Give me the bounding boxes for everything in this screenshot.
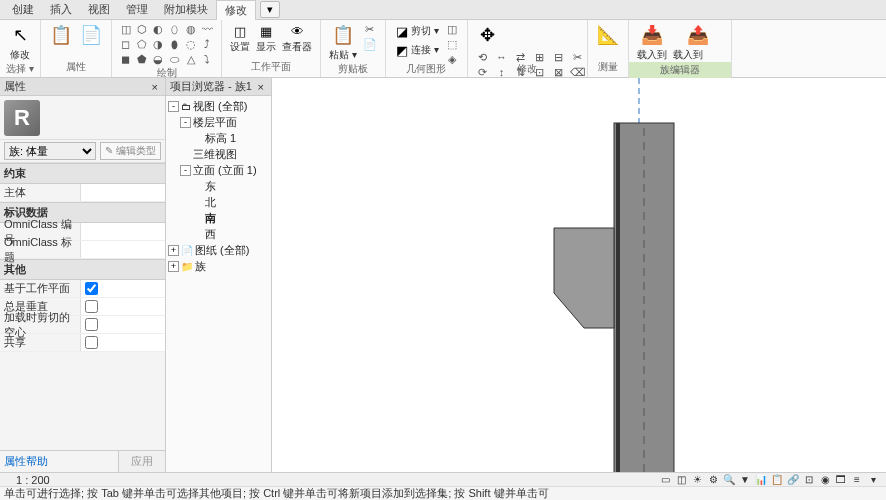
props-value[interactable] [80,316,165,333]
drawing-canvas[interactable] [272,78,886,472]
status-icon[interactable]: 📊 [754,474,768,486]
tree-node[interactable]: 北 [168,194,269,210]
tree-icon: 📁 [181,261,193,272]
draw-tool-icon[interactable]: △ [183,52,198,66]
props-value[interactable] [80,223,165,240]
status-icon[interactable]: ▼ [738,474,752,486]
tree-label: 族 [195,259,206,274]
properties-help-link[interactable]: 属性帮助 [0,451,118,472]
cut-icon[interactable]: ✂ [361,22,379,36]
properties-button[interactable]: 📋 [47,22,75,48]
draw-tool-icon[interactable]: ⬠ [134,37,149,51]
draw-tool-icon[interactable]: ⬡ [134,22,149,36]
expand-icon[interactable]: + [168,245,179,256]
tab-modify[interactable]: 修改 [216,0,256,20]
tree-node[interactable]: 标高 1 [168,130,269,146]
geo-mini-1-icon[interactable]: ◫ [443,22,461,36]
ribbon-group-clipboard: 📋粘贴 ▾ ✂ 📄 剪贴板 [321,20,386,77]
status-icon[interactable]: ◫ [674,474,688,486]
draw-tool-icon[interactable]: ⤵ [200,52,215,66]
close-icon[interactable]: × [255,81,267,93]
set-button[interactable]: ◫设置 [228,22,252,55]
tab-insert[interactable]: 插入 [42,0,80,19]
draw-tool-icon[interactable]: ⬯ [167,22,182,36]
props-input[interactable] [85,226,161,238]
draw-tool-icon[interactable]: ◌ [183,37,198,51]
draw-tool-icon[interactable]: ◻ [118,37,133,51]
copy-icon[interactable]: 📄 [361,37,379,51]
scale-display[interactable]: 1 : 200 [16,474,50,486]
tab-create[interactable]: 创建 [4,0,42,19]
tree-node[interactable]: 南 [168,210,269,226]
family-type-select[interactable]: 族: 体量 [4,142,96,160]
tree-node[interactable]: +📁族 [168,258,269,274]
props-value[interactable] [80,241,165,258]
measure-button[interactable]: 📐 [594,22,622,48]
status-icon[interactable]: 🗖 [834,474,848,486]
group-label: 族编辑器 [629,62,731,78]
status-icon[interactable]: ▾ [866,474,880,486]
tab-view[interactable]: 视图 [80,0,118,19]
viewer-button[interactable]: 👁查看器 [280,22,314,55]
group-label: 选择 ▾ [6,62,34,77]
geo-mini-2-icon[interactable]: ⬚ [443,37,461,51]
tree-node[interactable]: -立面 (立面 1) [168,162,269,178]
tree-node[interactable]: 西 [168,226,269,242]
props-checkbox[interactable] [85,318,98,331]
status-icon[interactable]: 🔗 [786,474,800,486]
props-value[interactable] [80,184,165,201]
status-icon[interactable]: ▭ [658,474,672,486]
tab-overflow[interactable]: ▾ [260,1,280,18]
draw-tool-icon[interactable]: ⬭ [167,52,182,66]
group-label: 工作平面 [228,60,314,75]
move-button[interactable]: ✥ [474,22,502,48]
tree-node[interactable]: +📄图纸 (全部) [168,242,269,258]
status-icon[interactable]: 🔍 [722,474,736,486]
tab-addons[interactable]: 附加模块 [156,0,216,19]
ribbon-group-properties: 📋 📄 属性 [41,20,112,77]
cut-geo-button[interactable]: ◪剪切 ▾ [392,22,441,40]
expand-icon[interactable]: - [168,101,179,112]
status-icon[interactable]: ⊡ [802,474,816,486]
draw-tool-icon[interactable]: ◫ [118,22,133,36]
props-row: 基于工作平面 [0,280,165,298]
type-button[interactable]: 📄 [77,22,105,48]
status-icon[interactable]: ☀ [690,474,704,486]
expand-icon[interactable]: - [180,165,191,176]
modify-button[interactable]: ↖ 修改 [6,22,34,63]
status-bar: 1 : 200 ▭◫☀⚙🔍▼📊📋🔗⊡◉🗖≡▾ [0,472,886,486]
props-value[interactable] [80,280,165,297]
draw-tool-icon[interactable]: ◍ [183,22,198,36]
join-geo-button[interactable]: ◩连接 ▾ [392,41,441,59]
paste-button[interactable]: 📋粘贴 ▾ [327,22,359,63]
expand-icon[interactable]: - [180,117,191,128]
status-icon[interactable]: ≡ [850,474,864,486]
props-checkbox[interactable] [85,336,98,349]
close-icon[interactable]: × [149,81,161,93]
tree-icon: 🗀 [181,101,191,112]
draw-tool-icon[interactable]: ⤴ [200,37,215,51]
props-checkbox[interactable] [85,300,98,313]
status-icon[interactable]: ⚙ [706,474,720,486]
draw-tool-icon[interactable]: 〰 [200,22,215,36]
draw-tool-icon[interactable]: ⬮ [167,37,182,51]
tree-node[interactable]: 三维视图 [168,146,269,162]
show-button[interactable]: ▦显示 [254,22,278,55]
expand-icon[interactable]: + [168,261,179,272]
tree-node[interactable]: -🗀视图 (全部) [168,98,269,114]
tab-manage[interactable]: 管理 [118,0,156,19]
props-value[interactable] [80,298,165,315]
draw-tool-icon[interactable]: ◐ [151,22,166,36]
props-checkbox[interactable] [85,282,98,295]
draw-tool-icon[interactable]: ◒ [151,52,166,66]
draw-tool-icon[interactable]: ◼ [118,52,133,66]
props-value[interactable] [80,334,165,351]
status-icon[interactable]: ◉ [818,474,832,486]
draw-tool-icon[interactable]: ⬟ [134,52,149,66]
apply-button[interactable]: 应用 [118,451,165,472]
edit-type-button[interactable]: ✎ 编辑类型 [100,142,161,160]
draw-tool-icon[interactable]: ◑ [151,37,166,51]
status-icon[interactable]: 📋 [770,474,784,486]
tree-node[interactable]: -楼层平面 [168,114,269,130]
tree-node[interactable]: 东 [168,178,269,194]
